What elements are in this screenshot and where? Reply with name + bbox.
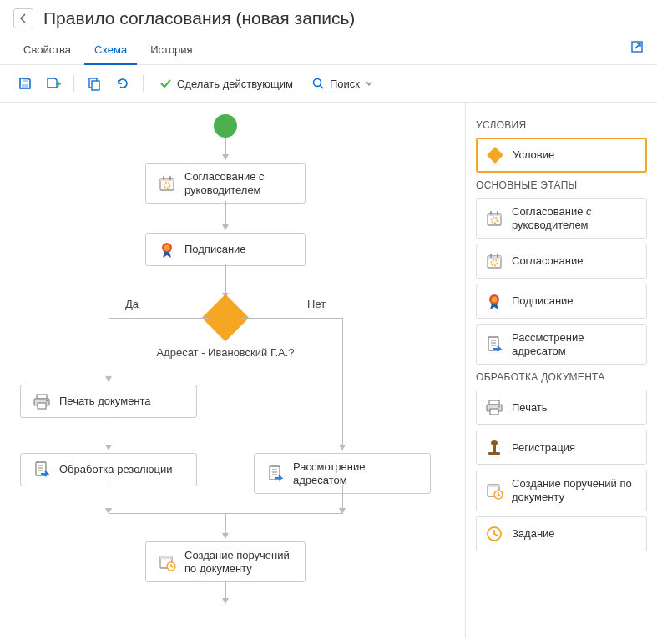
refresh-button[interactable] <box>111 72 134 95</box>
palette-label: Условие <box>513 148 637 162</box>
search-button[interactable]: Поиск <box>305 73 380 93</box>
calendar-icon <box>485 209 503 228</box>
svg-rect-29 <box>92 81 99 90</box>
palette-label: Рассмотрение адресатом <box>512 331 638 357</box>
palette-label: Задание <box>512 527 638 541</box>
palette-signing[interactable]: Подписание <box>476 284 647 319</box>
printer-icon <box>33 392 51 410</box>
node-create-tasks[interactable]: Создание поручений по документу <box>145 541 306 582</box>
decision-no-label: Нет <box>307 298 326 310</box>
palette-label: Согласование <box>512 254 638 268</box>
section-conditions: УСЛОВИЯ <box>476 119 647 131</box>
separator <box>73 75 74 92</box>
svg-rect-25 <box>23 78 28 82</box>
node-label: Рассмотрение адресатом <box>293 460 418 486</box>
calendar-clock-icon <box>485 481 503 500</box>
check-icon <box>159 77 172 90</box>
palette-review-addressee[interactable]: Рассмотрение адресатом <box>476 324 647 365</box>
page-title: Правило согласования (новая запись) <box>43 8 355 28</box>
section-doc-processing: ОБРАБОТКА ДОКУМЕНТА <box>476 371 647 383</box>
search-label: Поиск <box>330 78 360 90</box>
tab-properties[interactable]: Свойства <box>13 37 81 64</box>
palette-label: Создание поручений по документу <box>512 477 638 503</box>
palette-print[interactable]: Печать <box>476 390 647 425</box>
search-icon <box>311 77 325 90</box>
calendar-clock-icon <box>158 553 176 571</box>
palette-condition[interactable]: Условие <box>476 138 647 173</box>
decision-text: Адресат - Ивановский Г.А.? <box>150 346 301 359</box>
chevron-down-icon <box>365 79 373 88</box>
palette-registration[interactable]: Регистрация <box>476 430 647 465</box>
palette-approval[interactable]: Согласование <box>476 244 647 279</box>
save-new-button[interactable] <box>42 72 65 95</box>
node-approve-manager[interactable]: Согласование с руководителем <box>145 163 306 204</box>
palette-label: Согласование с руководителем <box>512 205 638 231</box>
tab-schema[interactable]: Схема <box>84 37 137 65</box>
svg-rect-27 <box>58 82 59 87</box>
medal-icon <box>158 240 176 259</box>
svg-rect-24 <box>22 84 28 88</box>
node-label: Печать документа <box>59 395 151 408</box>
node-label: Создание поручений по документу <box>184 549 293 575</box>
medal-icon <box>485 292 503 310</box>
calendar-icon <box>485 252 503 270</box>
calendar-icon <box>158 174 176 193</box>
document-arrow-icon <box>33 460 51 479</box>
svg-point-30 <box>313 79 321 87</box>
tab-history[interactable]: История <box>140 37 202 64</box>
make-active-button[interactable]: Сделать действующим <box>152 73 300 93</box>
stamp-icon <box>485 438 503 456</box>
clock-icon <box>485 525 503 543</box>
save-button[interactable] <box>13 72 37 95</box>
popout-icon[interactable] <box>630 40 644 53</box>
make-active-label: Сделать действующим <box>177 78 293 90</box>
node-label: Согласование с руководителем <box>184 170 293 196</box>
document-arrow-icon <box>485 335 503 354</box>
node-signing[interactable]: Подписание <box>145 233 306 266</box>
diagram-canvas[interactable]: Согласование с руководителем Подписание … <box>0 103 465 638</box>
copy-button[interactable] <box>83 72 106 95</box>
document-arrow-icon <box>266 465 285 483</box>
palette-label: Регистрация <box>512 441 638 455</box>
section-main-stages: ОСНОВНЫЕ ЭТАПЫ <box>476 179 647 191</box>
palette-label: Печать <box>512 401 638 415</box>
node-process-resolution[interactable]: Обработка резолюции <box>20 453 197 486</box>
node-label: Подписание <box>184 243 246 256</box>
back-button[interactable] <box>13 8 33 28</box>
palette-approve-manager[interactable]: Согласование с руководителем <box>476 198 647 239</box>
diamond-icon <box>486 146 504 164</box>
decision-yes-label: Да <box>125 298 139 310</box>
node-print-doc[interactable]: Печать документа <box>20 385 197 418</box>
palette-sidebar: УСЛОВИЯ Условие ОСНОВНЫЕ ЭТАПЫ Согласова… <box>465 103 657 638</box>
start-node[interactable] <box>214 114 237 138</box>
palette-task[interactable]: Задание <box>476 516 647 551</box>
svg-line-31 <box>320 86 323 89</box>
separator <box>143 75 144 92</box>
node-label: Обработка резолюции <box>59 463 172 476</box>
palette-create-tasks[interactable]: Создание поручений по документу <box>476 470 647 511</box>
palette-label: Подписание <box>512 294 638 308</box>
printer-icon <box>485 398 503 416</box>
